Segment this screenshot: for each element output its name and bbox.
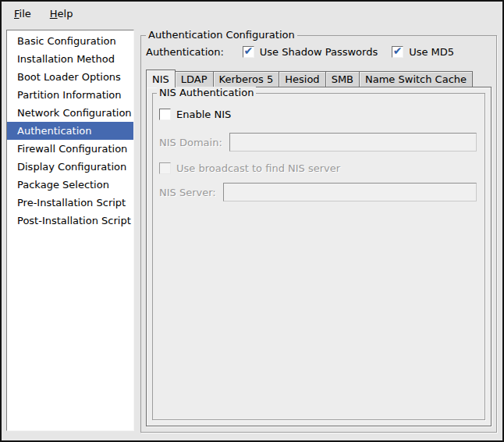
sidebar-item-basic-configuration[interactable]: Basic Configuration — [7, 32, 133, 50]
auth-config-frame: Authentication Configuration Authenticat… — [140, 35, 497, 433]
broadcast-row: Use broadcast to find NIS server — [159, 162, 340, 174]
auth-config-frame-title: Authentication Configuration — [146, 29, 297, 41]
sidebar-item-partition-information[interactable]: Partition Information — [7, 86, 133, 104]
nis-domain-input — [229, 133, 477, 151]
kickstart-configurator-window: File Help Basic Configuration Installati… — [0, 0, 504, 442]
enable-nis-row: Enable NIS — [159, 108, 231, 120]
tab-nis[interactable]: NIS — [146, 70, 176, 87]
checkmark-icon: ✔ — [243, 46, 253, 56]
checkmark-icon: ✔ — [393, 46, 403, 56]
sidebar-item-authentication[interactable]: Authentication — [7, 122, 133, 140]
tab-smb[interactable]: SMB — [325, 71, 360, 87]
sidebar-item-installation-method[interactable]: Installation Method — [7, 50, 133, 68]
nis-auth-frame: NIS Authentication Enable NIS NIS Domain… — [152, 93, 485, 420]
nis-domain-label: NIS Domain: — [159, 137, 222, 148]
broadcast-checkbox — [159, 162, 171, 174]
menu-help[interactable]: Help — [47, 5, 76, 22]
nis-domain-row: NIS Domain: — [159, 133, 477, 151]
nis-tab-page: NIS Authentication Enable NIS NIS Domain… — [146, 87, 492, 426]
tab-name-switch-cache[interactable]: Name Switch Cache — [359, 71, 473, 87]
sidebar-item-pre-installation-script[interactable]: Pre-Installation Script — [7, 194, 133, 212]
tab-ldap[interactable]: LDAP — [175, 71, 214, 87]
enable-nis-label: Enable NIS — [176, 109, 231, 120]
tab-kerberos5[interactable]: Kerberos 5 — [213, 71, 280, 87]
sidebar-item-display-configuration[interactable]: Display Configuration — [7, 158, 133, 176]
md5-checkbox[interactable]: ✔ — [392, 46, 403, 58]
nis-server-row: NIS Server: — [159, 183, 477, 201]
enable-nis-checkbox[interactable] — [159, 109, 171, 120]
sidebar-item-network-configuration[interactable]: Network Configuration — [7, 104, 133, 122]
md5-label: Use MD5 — [409, 46, 454, 58]
broadcast-label: Use broadcast to find NIS server — [176, 162, 340, 174]
menubar: File Help — [2, 2, 502, 25]
nis-server-label: NIS Server: — [159, 187, 216, 198]
sidebar-item-post-installation-script[interactable]: Post-Installation Script — [7, 212, 133, 230]
authentication-label: Authentication: — [146, 46, 224, 58]
sidebar-item-package-selection[interactable]: Package Selection — [7, 176, 133, 194]
nis-server-input — [223, 183, 477, 201]
authentication-options-row: Authentication: ✔ Use Shadow Passwords ✔… — [146, 44, 454, 59]
sidebar-item-boot-loader-options[interactable]: Boot Loader Options — [7, 68, 133, 86]
tab-hesiod[interactable]: Hesiod — [279, 71, 325, 87]
nis-auth-frame-title: NIS Authentication — [157, 87, 256, 98]
tab-bar: NIS LDAP Kerberos 5 Hesiod SMB Name Swit… — [146, 70, 492, 87]
menu-file[interactable]: File — [11, 5, 34, 22]
sidebar-item-firewall-configuration[interactable]: Firewall Configuration — [7, 140, 133, 158]
auth-notebook: NIS LDAP Kerberos 5 Hesiod SMB Name Swit… — [146, 70, 492, 426]
shadow-passwords-label: Use Shadow Passwords — [260, 46, 378, 58]
sidebar-list: Basic Configuration Installation Method … — [6, 30, 134, 431]
shadow-passwords-checkbox[interactable]: ✔ — [243, 46, 254, 58]
